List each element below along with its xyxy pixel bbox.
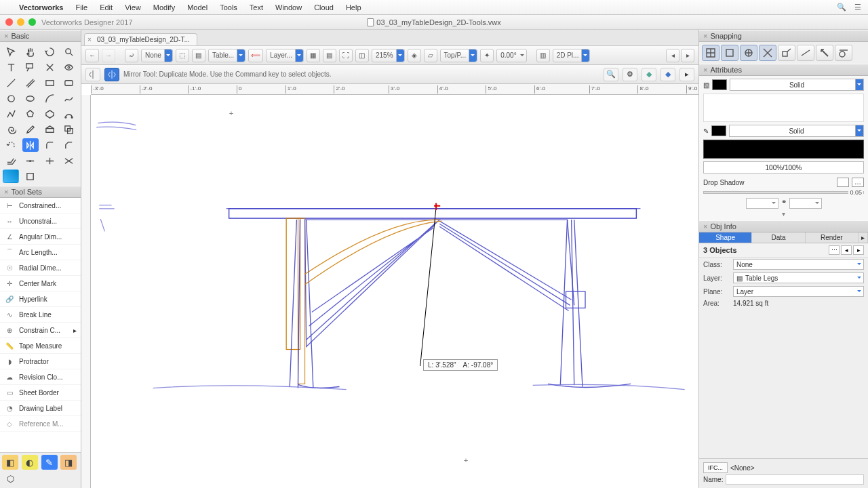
toolset-constrained[interactable]: ⊢Constrained... [0,198,81,214]
app-menu[interactable]: Vectorworks [19,3,63,12]
basic-palette-header[interactable]: ×Basic [0,30,81,42]
expand-icon[interactable]: ▾ [703,210,864,218]
mirror-mode-simple[interactable] [85,68,100,81]
tab-overflow[interactable]: ▸ [859,232,868,243]
toolset-cat-4[interactable]: ◨ [60,455,77,470]
view-select[interactable]: Top/P... [440,49,478,62]
menu-model[interactable]: Model [187,3,208,12]
trim-tool[interactable] [61,154,77,167]
reshape-tool[interactable] [61,107,77,121]
fit-objects-icon[interactable]: ◫ [355,49,369,62]
snap-intersect[interactable] [759,45,776,61]
scroll-left[interactable]: ◂ [666,49,679,62]
arc-tool[interactable] [41,92,58,105]
offset-tool[interactable] [3,154,19,167]
line-tool[interactable] [3,76,19,89]
tab-shape[interactable]: Shape [699,232,752,243]
polygon-tool[interactable] [22,107,39,121]
connect-tool[interactable] [22,154,39,167]
close-icon[interactable]: × [703,32,707,40]
sel-prev[interactable]: ◂ [841,245,852,255]
zoom-tool[interactable] [61,45,77,58]
drop-shadow-options[interactable]: … [852,178,864,187]
angle-icon[interactable]: ✦ [480,49,494,62]
menu-help[interactable]: Help [346,3,361,12]
text-tool[interactable] [3,60,19,74]
double-line-tool[interactable] [22,76,39,89]
unified-view-icon[interactable]: ▥ [536,49,550,62]
toolset-constrain-c[interactable]: ⊕Constrain C...▸ [0,323,81,338]
class-options-icon[interactable]: ⬚ [176,49,189,62]
menu-text[interactable]: Text [250,3,263,12]
chamfer-tool[interactable] [61,138,77,152]
toolset-cat-2[interactable]: ◐ [22,455,38,470]
line-start-marker[interactable] [746,198,778,209]
nav-fwd[interactable]: → [102,49,115,62]
design-layer-select[interactable]: Table... [208,49,245,62]
class-vis-icon[interactable]: ▤ [192,49,205,62]
toolset-angular-dim[interactable]: ∠Angular Dim... [0,229,81,245]
fillet-tool[interactable] [41,138,58,152]
drawing-canvas[interactable]: + + L: 3'.528" A: -97.08° [91,95,698,488]
menu-modify[interactable]: Modify [153,3,175,12]
toolset-center-mark[interactable]: ✛Center Mark [0,276,81,291]
rectangle-tool[interactable] [41,76,58,89]
delete-tool[interactable] [41,60,58,74]
sel-next[interactable]: ▸ [853,245,864,255]
rotate-tool[interactable] [3,138,19,152]
render-select[interactable]: 2D Pl... [553,49,591,62]
circle-tool[interactable] [3,92,19,105]
clip-tool[interactable] [61,123,77,136]
fill-tool[interactable] [3,169,19,183]
canvas-area[interactable]: -3'-0 -2'-0 -1'-0 0 1'-0 2'-0 3'-0 4'-0 … [81,84,698,488]
tab-close-icon[interactable]: × [87,36,92,43]
menu-view[interactable]: View [125,3,141,12]
toolset-radial-dim[interactable]: ☉Radial Dime... [0,260,81,276]
fit-icon[interactable]: ⛶ [339,49,353,62]
snap-tangent[interactable] [835,45,852,61]
flyover-icon[interactable]: ⤾ [125,49,138,62]
menu-file[interactable]: File [75,3,87,12]
toolset-sheet-border[interactable]: ▭Sheet Border [0,385,81,401]
attributes-header[interactable]: ×Attributes [699,64,868,76]
polyline-tool[interactable] [3,107,19,121]
snap-angle[interactable] [740,45,757,61]
menu-tools[interactable]: Tools [220,3,237,12]
pen-color-swatch[interactable] [711,125,726,136]
zoom-select[interactable]: 215% [372,49,405,62]
name-input[interactable] [726,474,864,485]
scroll-right[interactable]: ▸ [681,49,694,62]
class-field[interactable]: None [733,259,864,270]
menu-edit[interactable]: Edit [100,3,113,12]
toolset-drawing-label[interactable]: ◔Drawing Label [0,401,81,416]
tab-render[interactable]: Render [806,232,859,243]
drop-shadow-slider[interactable]: 0.05 [703,191,864,194]
toolset-cat-3[interactable]: ✎ [41,455,58,470]
sheet-icon[interactable]: ▦ [307,49,320,62]
layer-select[interactable]: Layer... [266,49,304,62]
working-plane-icon[interactable]: ◆ [642,68,656,81]
mirror-tool[interactable] [22,138,39,152]
line-weight-preview[interactable] [703,140,864,159]
link-icon[interactable]: ⚭ [781,198,787,209]
class-select[interactable]: None [141,49,173,62]
toolset-arc-length[interactable]: ⌒Arc Length... [0,245,81,260]
layers-icon[interactable]: ▤ [323,49,336,62]
callout-tool[interactable] [22,60,39,74]
view-cube-icon[interactable]: ◈ [408,49,421,62]
split-tool[interactable] [41,154,58,167]
freehand-tool[interactable] [61,92,77,105]
overflow-icon[interactable]: ▸ [679,68,694,81]
regular-polygon-tool[interactable] [41,107,58,121]
zoom-window[interactable] [28,18,36,26]
close-window[interactable] [5,18,13,26]
toolset-cat-1[interactable]: ◧ [2,455,18,470]
menu-cloud[interactable]: Cloud [314,3,334,12]
toolset-break-line[interactable]: ∿Break Line [0,307,81,323]
toolset-unconstrained[interactable]: ↔Unconstrai... [0,214,81,229]
close-icon[interactable]: × [703,222,707,230]
quick-pref-icon[interactable]: ⚙ [623,68,637,81]
toolset-revision-cloud[interactable]: ☁Revision Clo... [0,369,81,385]
snap-edge[interactable] [816,45,833,61]
plane-field[interactable]: Layer [733,286,864,297]
